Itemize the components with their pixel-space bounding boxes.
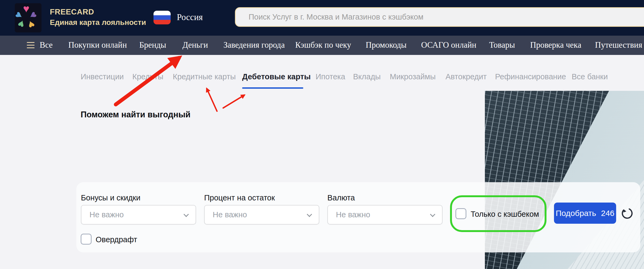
- chevron-down-icon: [307, 212, 312, 217]
- currency-label: Валюта: [327, 193, 355, 202]
- interest-select-value: Не важно: [213, 210, 247, 219]
- refresh-icon[interactable]: [620, 207, 633, 220]
- freecard-page: ♥ ♥ ♥ ♥ ♥ FREECARD Единая карта лояльнос…: [0, 0, 644, 269]
- freecard-logo-icon[interactable]: ♥ ♥ ♥ ♥ ♥: [15, 3, 42, 32]
- top-bar: ♥ ♥ ♥ ♥ ♥ FREECARD Единая карта лояльнос…: [0, 0, 644, 36]
- tab-all-banks[interactable]: Все банки: [572, 72, 608, 81]
- nav-item[interactable]: Бренды: [139, 40, 166, 50]
- tab-refinancing[interactable]: Рефинансирование: [495, 72, 566, 81]
- tab-credits[interactable]: Кредиты: [132, 72, 163, 81]
- bonuses-select[interactable]: Не важно: [81, 205, 196, 225]
- bonuses-label: Бонусы и скидки: [81, 193, 140, 202]
- tab-autocredit[interactable]: Автокредит: [445, 72, 487, 81]
- currency-select[interactable]: Не важно: [327, 205, 443, 225]
- nav-item-money[interactable]: Деньги: [182, 40, 208, 50]
- tab-deposits[interactable]: Вклады: [353, 72, 381, 81]
- cashback-only-label: Только с кэшбеком: [471, 210, 539, 219]
- submit-button-count: 246: [601, 209, 614, 218]
- nav-item[interactable]: Промокоды: [366, 40, 407, 50]
- annotation-arrow-to-credit-cards: [207, 89, 217, 111]
- heart-icon: ♥: [16, 18, 26, 30]
- nav-item[interactable]: Проверка чека: [530, 40, 581, 50]
- page-title: Поможем найти выгодный: [81, 110, 190, 119]
- overdraft-label: Овердрафт: [96, 235, 137, 244]
- chevron-down-icon: [184, 212, 189, 217]
- chevron-down-icon: [430, 212, 435, 217]
- main-nav: Все Покупки онлайн Бренды Деньги Заведен…: [0, 36, 644, 55]
- nav-item[interactable]: ОСАГО онлайн: [421, 40, 476, 50]
- nav-item[interactable]: Покупки онлайн: [68, 40, 127, 50]
- nav-item[interactable]: Путешествия: [595, 40, 642, 50]
- nav-item-all[interactable]: Все: [40, 40, 53, 50]
- annotation-arrow-to-money: [116, 58, 179, 104]
- overdraft-checkbox[interactable]: [81, 234, 92, 245]
- currency-select-value: Не важно: [336, 210, 370, 219]
- nav-item[interactable]: Заведения города: [223, 40, 285, 50]
- tab-microloans[interactable]: Микрозаймы: [390, 72, 436, 81]
- menu-icon[interactable]: [27, 42, 35, 50]
- tab-investments[interactable]: Инвестиции: [81, 72, 124, 81]
- interest-label: Процент на остаток: [204, 193, 275, 202]
- submit-button[interactable]: Подобрать 246: [554, 203, 616, 224]
- submit-button-label: Подобрать: [556, 209, 596, 218]
- heart-icon: ♥: [26, 18, 36, 31]
- nav-item[interactable]: Товары: [489, 40, 515, 50]
- tab-credit-cards[interactable]: Кредитные карты: [173, 72, 236, 81]
- annotation-arrow-to-debit-cards: [223, 95, 244, 108]
- bonuses-select-value: Не важно: [89, 210, 124, 219]
- brand-block: FREECARD Единая карта лояльности: [50, 8, 146, 27]
- tab-mortgage[interactable]: Ипотека: [316, 72, 345, 81]
- cashback-only-checkbox[interactable]: [455, 208, 466, 219]
- heart-icon: ♥: [23, 3, 29, 14]
- interest-select[interactable]: Не важно: [204, 205, 319, 225]
- nav-item[interactable]: Кэшбэк по чеку: [295, 40, 351, 50]
- active-tab-underline: [242, 87, 303, 89]
- region-selector[interactable]: Россия: [177, 12, 203, 22]
- russia-flag-icon[interactable]: [153, 11, 171, 24]
- search-input[interactable]: [235, 7, 644, 27]
- brand-name: FREECARD: [50, 8, 146, 16]
- brand-tagline: Единая карта лояльности: [50, 18, 146, 27]
- tab-debit-cards[interactable]: Дебетовые карты: [242, 72, 311, 81]
